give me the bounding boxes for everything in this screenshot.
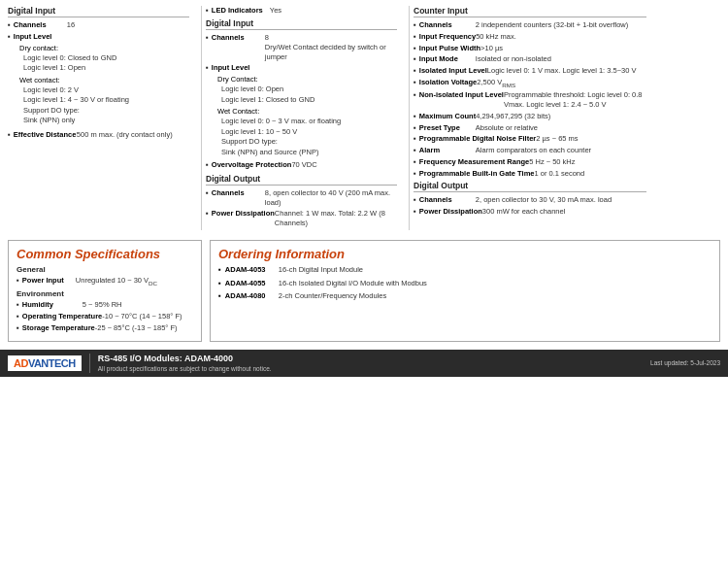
ordering-box: Ordering Information ▪ ADAM-4053 16-ch D…: [210, 240, 720, 342]
col2-input-level: ▪ Input Level: [206, 63, 397, 73]
col3-isolated-input: ▪ Isolated Input Level Logic level 0: 1 …: [414, 66, 646, 76]
col2-do-power: ▪ Power Dissipation Channel: 1 W max. To…: [206, 209, 397, 228]
environment-title: Environment: [17, 289, 193, 298]
col1-wet-contact-label: Wet contact:: [19, 76, 189, 84]
col2-led-val: Yes: [270, 6, 281, 15]
col3-isolation-voltage: ▪ Isolation Voltage 2,500 VRMS: [414, 78, 646, 89]
col3-max-count: ▪ Maximum Count 4,294,967,295 (32 bits): [414, 112, 646, 121]
logo-vantech: VANTECH: [28, 357, 76, 369]
col3-channels: ▪ Channels 2 independent counters (32-bi…: [414, 20, 646, 30]
col3-do-title: Digital Output: [414, 181, 646, 192]
col1-wet-contact-lines: Logic level 0: 2 V Logic level 1: 4 ~ 30…: [23, 85, 189, 126]
order-item-4053: ▪ ADAM-4053 16-ch Digital Input Module: [218, 265, 711, 275]
col2-wet-lines: Logic level 0: 0 ~ 3 V max. or floating …: [221, 117, 397, 157]
col3-alarm: ▪ Alarm Alarm comparators on each counte…: [414, 146, 646, 155]
general-title: General: [17, 265, 193, 274]
col2-overvoltage: ▪ Overvoltage Protection 70 VDC: [206, 160, 397, 170]
col3-input-freq: ▪ Input Frequency 50 kHz max.: [414, 32, 646, 42]
bottom-row: Common Specifications General ▪ Power In…: [0, 236, 728, 346]
col2-channels: ▪ Channels 8 Dry/Wet Contact decided by …: [206, 33, 397, 61]
common-specs-box: Common Specifications General ▪ Power In…: [8, 240, 202, 342]
order-item-4055: ▪ ADAM-4055 16-ch Isolated Digital I/O M…: [218, 279, 711, 288]
col1-title: Digital Input: [8, 6, 189, 17]
col3: Counter Input ▪ Channels 2 independent c…: [414, 6, 646, 230]
col2-do-title: Digital Output: [206, 174, 397, 186]
power-input: ▪ Power Input Unregulated 10 ~ 30 VDC: [17, 276, 193, 287]
col3-do-channels: ▪ Channels 2, open collector to 30 V, 30…: [414, 195, 646, 205]
col3-prog-gate: ▪ Programmable Built-in Gate Time 1 or 0…: [414, 169, 646, 179]
divider1: [201, 6, 202, 230]
col3-preset: ▪ Preset Type Absolute or relative: [414, 123, 646, 133]
col1-effective-distance: ▪ Effective Distance 500 m max. (dry con…: [8, 130, 189, 140]
divider2: [409, 6, 410, 230]
footer-subtitle: All product specifications are subject t…: [98, 365, 272, 372]
col2-led-label: LED Indicators: [212, 6, 270, 15]
footer: ADVANTECH RS-485 I/O Modules: ADAM-4000 …: [0, 350, 728, 377]
footer-last-updated: Last updated: 5-Jul-2023: [650, 359, 720, 366]
col3-input-pulse: ▪ Input Pulse Width >10 µs: [414, 44, 646, 53]
col3-non-isolated: ▪ Non-isolated Input Level Programmable …: [414, 90, 646, 110]
main-content: Digital Input ▪ Channels 16 ▪ Input Leve…: [0, 0, 728, 234]
footer-divider: [89, 354, 90, 373]
col1-channels: ▪ Channels 16: [8, 20, 189, 30]
col2: ▪ LED Indicators Yes Digital Input ▪ Cha…: [206, 6, 405, 230]
col3-input-mode: ▪ Input Mode Isolated or non-isolated: [414, 54, 646, 64]
footer-title: RS-485 I/O Modules: ADAM-4000: [98, 354, 272, 363]
col2-dry-lines: Logic level 0: Open Logic level 1: Close…: [221, 84, 397, 105]
col1-dry-contact-lines: Logic level 0: Closed to GND Logic level…: [23, 53, 189, 74]
humidity: ▪ Humidity 5 ~ 95% RH: [17, 300, 193, 310]
storage-temp: ▪ Storage Temperature -25 ~ 85°C (-13 ~ …: [17, 323, 193, 333]
col2-wet-label: Wet Contact:: [217, 107, 397, 116]
col3-do-power: ▪ Power Dissipation 300 mW for each chan…: [414, 207, 646, 217]
col1-dry-contact-label: Dry contact:: [19, 44, 189, 52]
ordering-title: Ordering Information: [218, 247, 711, 261]
footer-logo-box: ADVANTECH: [8, 355, 82, 371]
col1: Digital Input ▪ Channels 16 ▪ Input Leve…: [8, 6, 197, 230]
col3-ci-title: Counter Input: [414, 6, 646, 17]
operating-temp: ▪ Operating Temperature -10 ~ 70°C (14 ~…: [17, 312, 193, 321]
common-specs-title: Common Specifications: [17, 247, 193, 261]
order-item-4080: ▪ ADAM-4080 2-ch Counter/Frequency Modul…: [218, 291, 711, 301]
col2-di-title: Digital Input: [206, 18, 397, 30]
col3-freq-meas: ▪ Frequency Measurement Range 5 Hz ~ 50 …: [414, 157, 646, 167]
col1-input-level: ▪ Input Level: [8, 32, 189, 42]
col2-dry-label: Dry Contact:: [217, 75, 397, 84]
logo-ad: AD: [14, 357, 28, 369]
col3-prog-dnf: ▪ Programmable Digital Noise Filter 2 µs…: [414, 134, 646, 144]
col2-do-channels: ▪ Channels 8, open collector to 40 V (20…: [206, 188, 397, 208]
